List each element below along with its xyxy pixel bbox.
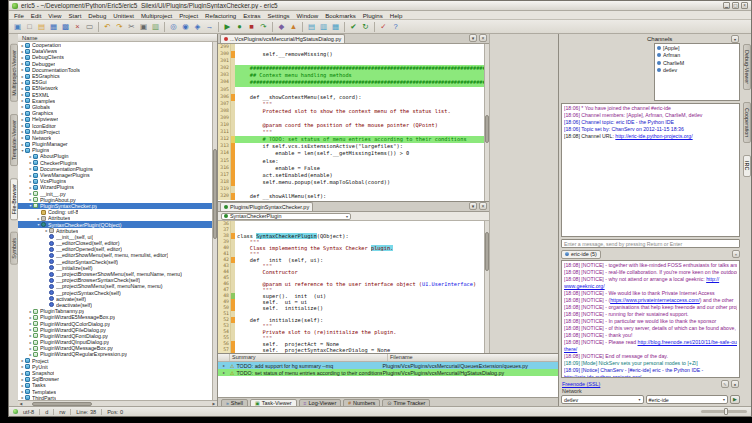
menu-plugins[interactable]: Plugins (363, 12, 383, 19)
code-line[interactable]: 310 @param coord the position of the mou… (218, 122, 484, 129)
class-navigator-combo[interactable]: SyntaxCheckerPlugin ▾ (221, 213, 351, 220)
code-line[interactable]: 319 (218, 186, 484, 193)
menu-file[interactable]: File (14, 12, 24, 19)
toolbar-close-project-icon[interactable]: ▥ (318, 21, 329, 32)
code-area-top[interactable]: 299300 self.__removeMissing()301302 ####… (218, 44, 484, 201)
code-area-bottom[interactable]: 363738class SyntaxCheckerPlugin(QObject)… (218, 221, 484, 353)
editor-top-scrollbar[interactable] (484, 44, 489, 201)
menu-bookmarks[interactable]: Bookmarks (325, 12, 355, 19)
toolbar-search-icon[interactable]: ◎ (168, 21, 179, 32)
tree-vertical-scrollbar[interactable] (212, 42, 217, 400)
tab-close-icon[interactable]: × (479, 34, 487, 42)
channels-menu-icon[interactable]: ▾ (731, 35, 739, 43)
toolbar-new-window-icon[interactable]: ▣ (12, 21, 23, 32)
toolbar-redo-icon[interactable]: ↷ (114, 21, 125, 32)
code-line[interactable]: 313 if self.vcs.isExtensionActive("large… (218, 143, 484, 150)
tab-list-icon[interactable]: ▾ (469, 34, 477, 42)
leave-channel-icon[interactable]: × (732, 250, 740, 258)
code-line[interactable]: 305 (218, 87, 484, 94)
editor-top-tab[interactable]: ...VcsPlugins/vcsMercurial/HgStatusDialo… (220, 34, 345, 43)
code-line[interactable]: 314 enable = len(self.__getMissingItems(… (218, 150, 484, 157)
minimize-button[interactable]: ▁ (723, 2, 730, 9)
code-line[interactable]: 318 self.menu.popup(self.mapToGlobal(coo… (218, 179, 484, 186)
toolbar-open-project-icon[interactable]: ▤ (306, 21, 317, 32)
toolbar-copy-icon[interactable]: ▣ (138, 21, 149, 32)
irc-user-item[interactable]: CharlieM (655, 59, 739, 67)
task-row[interactable]: ▸⚠TODO: set status of menu entries accor… (218, 369, 558, 376)
toolbar-cut-icon[interactable]: ✂ (126, 21, 137, 32)
irc-message-input[interactable]: Enter a message, send by pressing Return… (561, 239, 740, 248)
zoom-slider[interactable] (701, 410, 747, 413)
toolbar-search-next-icon[interactable]: ◉ (180, 21, 191, 32)
expander-icon[interactable]: ▸ (218, 370, 230, 375)
network-name-link[interactable]: Freenode (SSL) (562, 381, 600, 387)
code-line[interactable]: 315 else: (218, 158, 484, 165)
toolbar-new-file-icon[interactable]: □ (24, 21, 35, 32)
irc-user-item[interactable]: [Apple] (655, 44, 739, 52)
code-line[interactable]: 306 def __showContextMenu(self, coord): (218, 94, 484, 101)
close-button[interactable]: × (741, 2, 748, 9)
menu-project[interactable]: Project (179, 12, 198, 19)
scroll-left-icon[interactable]: ◀ (18, 402, 24, 406)
toolbar-replace-icon[interactable]: ◈ (192, 21, 203, 32)
toolbar-save-all-icon[interactable]: ▩ (60, 21, 71, 32)
toolbar-print-file-icon[interactable]: ▭ (84, 21, 95, 32)
sidebar-tab-irc[interactable]: IRC (743, 155, 751, 176)
code-line[interactable]: 304 ####################################… (218, 79, 484, 86)
sidebar-tab-template-viewer[interactable]: Template-Viewer (10, 114, 18, 166)
code-line[interactable]: 299 (218, 44, 484, 51)
toolbar-close-file-icon[interactable]: × (72, 21, 83, 32)
menu-refactoring[interactable]: Refactoring (205, 12, 236, 19)
menu-multiproject[interactable]: Multiproject (141, 12, 172, 19)
code-line[interactable]: 309 (218, 115, 484, 122)
tab-close-icon[interactable]: × (479, 202, 487, 210)
code-line[interactable]: 301 (218, 58, 484, 65)
code-line[interactable]: 307 """ (218, 101, 484, 108)
irc-users-list[interactable]: [Apple]ArfmanCharlieMdetlev (654, 43, 740, 101)
tab-list-icon[interactable]: ▾ (469, 202, 477, 210)
toolbar-step-over-icon[interactable]: ↷ (258, 21, 269, 32)
toolbar-undo-icon[interactable]: ↶ (102, 21, 113, 32)
toolbar-save-project-icon[interactable]: ▦ (330, 21, 341, 32)
code-line[interactable]: 302 ####################################… (218, 65, 484, 72)
code-line[interactable]: 311 """ (218, 129, 484, 136)
sidebar-tab-file-browser[interactable]: File-Browser (10, 178, 18, 220)
toolbar-paste-icon[interactable]: ▥ (150, 21, 161, 32)
menu-unittest[interactable]: Unittest (113, 12, 134, 19)
menu-extras[interactable]: Extras (243, 12, 260, 19)
toolbar-run-script-icon[interactable]: ▶ (222, 21, 233, 32)
code-line[interactable]: 316 enable = False (218, 165, 484, 172)
nick-combo[interactable]: detlev ▾ (561, 395, 644, 404)
menu-debug[interactable]: Debug (88, 12, 106, 19)
sidebar-tab-cooperation[interactable]: Cooperation (743, 102, 751, 143)
expander-icon[interactable]: ▸ (218, 363, 230, 368)
menu-start[interactable]: Start (68, 12, 81, 19)
code-line[interactable]: 317 act.setEnabled(enable) (218, 172, 484, 179)
maximize-button[interactable]: ▢ (732, 2, 739, 9)
menu-settings[interactable]: Settings (268, 12, 290, 19)
toolbar-profile-icon[interactable]: ▲ (288, 21, 299, 32)
code-line[interactable]: 308 Protected slot to show the context m… (218, 108, 484, 115)
menu-window[interactable]: Window (297, 12, 319, 19)
irc-network-messages[interactable]: [18:08] [NOTICE] - together with like-mi… (561, 260, 740, 378)
summary-column-header[interactable]: Summary (230, 354, 388, 361)
join-channel-icon[interactable]: ▶ (730, 395, 740, 404)
file-tree[interactable]: ▸Cooperation▸DataViews▸DebugClients▸Debu… (18, 42, 212, 400)
code-line[interactable]: 303 ## Context menu handling methods (218, 72, 484, 79)
irc-user-item[interactable]: Arfman (655, 52, 739, 60)
toolbar-save-file-icon[interactable]: ▦ (48, 21, 59, 32)
irc-user-item[interactable]: detlev (655, 67, 739, 75)
filename-column-header[interactable]: Filename (388, 354, 558, 361)
scroll-right-icon[interactable]: ▶ (211, 402, 217, 406)
tree-column-header[interactable]: Name (18, 34, 217, 42)
toolbar-spell-check-icon[interactable]: ✓ (378, 21, 389, 32)
toolbar-unittest-icon[interactable]: ◆ (276, 21, 287, 32)
edit-network-icon[interactable]: ✎ (721, 380, 729, 388)
irc-channel-tab[interactable]: eric-ide (5) (561, 250, 601, 259)
code-line[interactable]: 312 # TODO: set status of menu entries a… (218, 136, 484, 143)
code-line[interactable]: 320 def __showAllMenu(self): (218, 193, 484, 200)
task-row[interactable]: ▸⚠TODO: add support for hg summary --mqP… (218, 362, 558, 369)
scrollbar-thumb[interactable] (32, 402, 92, 406)
toolbar-open-file-icon[interactable]: ▤ (36, 21, 47, 32)
away-icon[interactable]: ● (731, 380, 739, 388)
